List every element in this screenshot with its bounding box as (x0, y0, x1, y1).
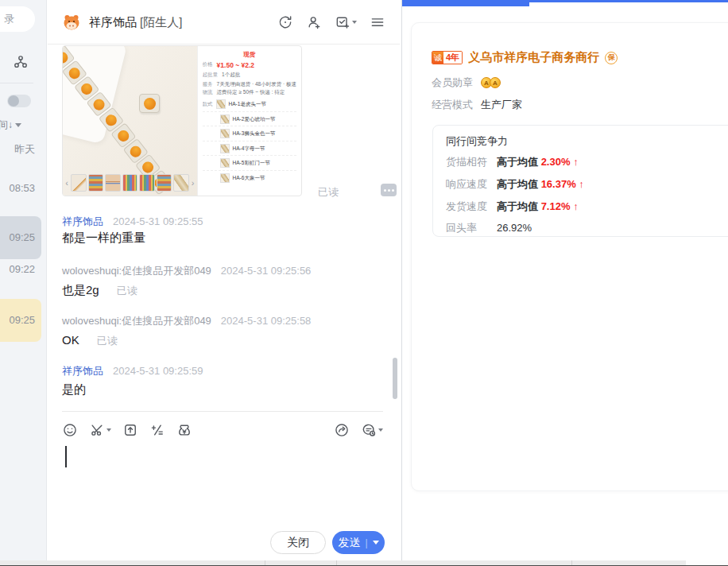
menu-icon[interactable] (370, 14, 385, 30)
conversation-time[interactable]: 09:25 (9, 314, 35, 326)
thumbnail[interactable] (157, 174, 172, 192)
image-message[interactable]: ‹ › 现货 价格¥1.50 ~ ¥2.2 起批量1个起批 服务7天无理由退货 … (62, 45, 302, 196)
message-meta: 祥序饰品2024-5-31 09:25:59 (62, 364, 203, 378)
sender-name[interactable]: 祥序饰品 (62, 215, 103, 227)
active-tab-indicator[interactable] (402, 0, 529, 6)
thumbnail[interactable] (122, 174, 137, 192)
chevron-down-icon (106, 428, 111, 432)
peer-name: 祥序饰品 (89, 15, 137, 29)
company-name[interactable]: 义乌市祥序电子商务商行 (468, 50, 599, 65)
filter-toggle[interactable] (7, 95, 31, 107)
search-fragment: 录 (4, 12, 14, 26)
conversation-time[interactable]: 08:53 (9, 182, 35, 194)
chengxintong-badge: 诚4年 (432, 51, 463, 64)
sender-name[interactable]: woloveshuqi:促佳搜品开发部049 (62, 265, 211, 277)
sort-by-time[interactable]: 间↓ (0, 118, 37, 132)
screenshot-icon[interactable] (89, 422, 111, 438)
thumbnail[interactable] (71, 174, 86, 192)
conversation-time[interactable]: 09:25 (9, 231, 35, 243)
org-network-icon[interactable] (13, 54, 29, 70)
chat-history-icon[interactable] (361, 422, 383, 438)
emoji-icon[interactable] (62, 422, 78, 438)
message-time: 2024-5-31 09:25:56 (221, 265, 311, 277)
send-file-icon[interactable] (122, 422, 138, 438)
read-status: 已读 (318, 185, 339, 200)
competitiveness-card: 同行间竞争力 货描相符 高于均值 2.30% ↑ 响应速度 高于均值 16.37… (432, 125, 728, 237)
quick-phrase-icon[interactable] (149, 422, 165, 438)
conversation-sidebar: 录 间↓ 昨天 08:53 09:25 09:22 09:25 (0, 0, 47, 560)
chevron-down-icon (15, 123, 21, 127)
conversation-time[interactable]: 昨天 (14, 142, 35, 157)
message-meta: woloveshuqi:促佳搜品开发部0492024-5-31 09:25:58 (62, 314, 311, 328)
message-more-button[interactable] (381, 184, 397, 196)
prev-arrow-icon[interactable]: ‹ (64, 178, 69, 188)
stat-row: 货描相符 高于均值 2.30% ↑ (446, 155, 579, 169)
send-options-caret-icon[interactable] (373, 541, 379, 545)
chat-panel: 祥序饰品[陌生人] (48, 0, 400, 560)
scrollbar-thumb[interactable] (393, 358, 397, 399)
sender-name[interactable]: woloveshuqi:促佳搜品开发部049 (62, 315, 211, 327)
message-text: 都是一样的重量 (62, 231, 145, 246)
message-meta: 祥序饰品2024-5-31 09:25:55 (62, 215, 203, 229)
mode-value: 生产厂家 (481, 98, 522, 112)
message-text: OK已读 (62, 333, 118, 348)
product-detail-panel: 现货 价格¥1.50 ~ ¥2.2 起批量1个起批 服务7天无理由退货 · 48… (197, 46, 301, 196)
peer-tag: [陌生人] (140, 15, 182, 29)
message-time: 2024-5-31 09:25:55 (113, 215, 203, 227)
mode-label: 经营模式 (432, 98, 473, 112)
stat-row: 发货速度 高于均值 7.12% ↑ (446, 200, 579, 214)
stat-row: 回头率 26.92% (446, 221, 532, 235)
chat-title: 祥序饰品[陌生人] (89, 15, 182, 30)
sender-name[interactable]: 祥序饰品 (62, 365, 103, 377)
gold-medal-icon: A (490, 77, 501, 88)
message-meta: woloveshuqi:促佳搜品开发部0492024-5-31 09:25:56 (62, 264, 311, 278)
thumbnail[interactable] (105, 174, 120, 192)
product-price: ¥1.50 ~ ¥2.2 (217, 60, 255, 71)
thumbnail[interactable] (173, 174, 188, 192)
stock-label: 现货 (203, 50, 296, 59)
payment-icon[interactable] (176, 422, 192, 438)
search-input[interactable]: 录 (0, 6, 35, 32)
thumbnail-strip: ‹ › (64, 173, 196, 193)
close-button[interactable]: 关闭 (270, 531, 326, 554)
chevron-down-icon (352, 21, 357, 24)
refresh-icon[interactable] (277, 14, 293, 30)
chat-header: 祥序饰品[陌生人] (48, 0, 400, 45)
message-input[interactable] (48, 442, 400, 521)
read-status: 已读 (117, 285, 137, 297)
message-text: 是的 (62, 382, 86, 397)
add-contact-icon[interactable] (306, 14, 322, 30)
message-text: 也是2g已读 (62, 283, 137, 298)
background-window-edge (0, 560, 728, 566)
chevron-down-icon (378, 428, 383, 432)
thumbnail[interactable] (88, 174, 103, 192)
next-arrow-icon[interactable]: › (191, 178, 196, 188)
toolbar-divider (62, 411, 383, 412)
product-photo: ‹ › (63, 46, 197, 196)
message-time: 2024-5-31 09:25:58 (221, 315, 311, 327)
conversation-time[interactable]: 09:22 (9, 263, 35, 275)
thumbnail[interactable] (139, 174, 154, 192)
create-task-icon[interactable] (335, 14, 357, 30)
medal-label: 会员勋章 (432, 76, 473, 90)
seller-info-panel: 诚4年 义乌市祥序电子商务商行 保 会员勋章 A A 经营模式 生产厂家 同行间… (401, 0, 728, 560)
send-button[interactable]: 发送| (332, 531, 385, 554)
sidebar-divider (0, 83, 33, 83)
input-toolbar (62, 421, 383, 440)
seller-card: 诚4年 义乌市祥序电子商务商行 保 会员勋章 A A 经营模式 生产厂家 同行间… (411, 22, 728, 491)
read-status: 已读 (97, 335, 118, 347)
message-time: 2024-5-31 09:25:59 (113, 365, 203, 377)
guarantee-badge: 保 (605, 52, 618, 64)
tab-bar-line (529, 0, 728, 2)
stats-title: 同行间竞争力 (446, 134, 508, 149)
peer-avatar[interactable] (62, 13, 81, 32)
stat-row: 响应速度 高于均值 16.37% ↑ (446, 177, 584, 192)
forward-icon[interactable] (334, 422, 350, 438)
